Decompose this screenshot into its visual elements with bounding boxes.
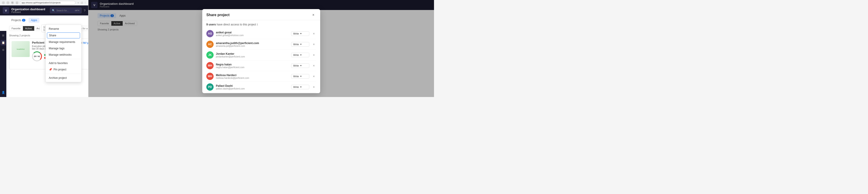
journey-link[interactable]: 707 journeys [83,42,88,44]
search-placeholder-left: Search for... [57,9,69,12]
permission-select[interactable]: Write ▼ [291,74,309,79]
projects-badge: 2 [22,19,25,22]
permission-label: Write [293,43,299,46]
menu-pin-project[interactable]: 📌 Pin project [45,66,82,73]
sidebar-user-icon[interactable]: 👤 [0,90,6,95]
user-avatar: JK [206,51,214,59]
menu-manage-webhooks[interactable]: Manage webhooks [45,52,82,58]
active-btn-left[interactable]: Active [23,26,34,31]
user-info: Jordan Kanter jordankanter@perficient.co… [216,52,289,58]
user-row: MH Melissa Hardeci melissa.hardecki@perf… [206,71,316,82]
menu-icon[interactable]: ⋮ [84,1,86,4]
modal-body: 9 users have direct access to this proje… [202,20,320,93]
user-row: JK Jordan Kanter jordankanter@perficient… [206,50,316,60]
user-info: Negra hatan negra.hatan@perficient.com [216,63,289,68]
user-info: aniket gosai aniket.gosai@virtuloso.com [216,31,289,36]
permission-select[interactable]: Write ▼ [291,53,309,57]
user-email: negra.hatan@perficient.com [216,66,289,68]
favorite-btn-left[interactable]: Favorite [9,26,23,31]
chevron-down-icon: ▼ [300,86,302,88]
remove-user-button[interactable]: × [312,42,316,47]
pin-icon: 📌 [49,68,52,71]
header-right-icons-left: ? [84,9,86,12]
sidebar-home-icon[interactable]: ⊞ [0,33,6,38]
home-button[interactable]: ⌂ [16,1,19,4]
user-avatar: AG [206,30,214,37]
share-project-modal: Share project × 9 users have direct acce… [202,9,320,93]
permission-select[interactable]: Write ▼ [291,85,309,89]
permission-select[interactable]: Write ▼ [291,63,309,68]
remove-user-button[interactable]: × [312,53,316,57]
modal-title: Share project [206,13,229,17]
modal-close-button[interactable]: × [311,12,316,18]
remove-user-button[interactable]: × [312,85,316,89]
user-row: MH Negra hatan negra.hatan@perficient.co… [206,60,316,71]
reload-button[interactable]: ↻ [11,1,14,4]
permission-label: Write [293,75,299,78]
context-menu: Rename Share Manage requirements Manage … [45,25,82,82]
user-email: amaranta.pd@perficient.com [216,45,289,47]
user-avatar: MH [206,62,214,69]
back-button[interactable]: ← [2,1,5,4]
extension-icon[interactable]: ⬜ [80,1,83,4]
filter-btn-group-left: Favorite Active Archived [9,26,40,31]
header-search-left[interactable]: 🔍 Search for... ctrl K [50,7,82,13]
browser-icons: ☆ ⬜ ⋮ [77,1,86,4]
menu-rename[interactable]: Rename [45,26,82,32]
remove-user-button[interactable]: × [312,74,316,79]
user-info: amarantha.judith@perficient.com amaranta… [216,41,289,47]
user-avatar: MH [206,73,214,80]
remove-user-button[interactable]: × [312,63,316,68]
menu-archive-project[interactable]: Archive project [45,75,82,81]
app-logo-left: V [3,7,9,13]
archived-btn-left[interactable]: Archived [34,26,40,31]
url-bar-left[interactable]: app.virtuoso.qa/#/organization/101/proje… [20,1,75,4]
app-header-left: V Organization dashboard Perficient 🔍 Se… [0,5,88,16]
user-name: amarantha.judith@perficient.com [216,41,289,45]
header-title-area-left: Organization dashboard Perficient [11,7,48,13]
permission-select[interactable]: Write ▼ [291,42,309,47]
help-icon-left[interactable]: ? [84,9,86,12]
permission-label: Write [293,64,299,67]
user-name: aniket gosai [216,31,289,34]
permission-select[interactable]: Write ▼ [291,31,309,36]
left-panel: ← → ↻ ⌂ app.virtuoso.qa/#/organization/1… [0,0,88,97]
chevron-down-icon: ▼ [300,64,302,67]
browser-bar-left: ← → ↻ ⌂ app.virtuoso.qa/#/organization/1… [0,0,88,5]
url-text: app.virtuoso.qa/#/organization/101/proje… [22,2,61,4]
modal-overlay: Share project × 9 users have direct acce… [88,0,434,97]
user-avatar: AC [206,41,214,48]
search-shortcut: ctrl K [75,9,80,11]
menu-manage-tags[interactable]: Manage tags [45,45,82,52]
tab-apps-left[interactable]: Apps [29,18,39,23]
tabs-row-left: Projects 2 Apps [9,18,88,23]
sidebar-left: ⊞ 📋 ⚙ 👤 [0,31,6,97]
star-icon[interactable]: ☆ [77,1,80,4]
user-row: PD Pallavi Dashi pallavi.dashi@perficien… [206,82,316,92]
tab-projects-left[interactable]: Projects 2 [9,18,28,23]
chevron-down-icon: ▼ [300,32,302,35]
user-name: Pallavi Dashi [216,84,289,87]
user-count-text: 9 users have direct access to this proje… [206,23,316,26]
sidebar-projects-icon[interactable]: 📋 [0,40,6,46]
user-list: AG aniket gosai aniket.gosai@virtuloso.c… [206,28,316,93]
org-title-left: Organization dashboard [11,7,48,11]
remove-user-button[interactable]: × [312,31,316,36]
user-email: jordankanter@perficient.com [216,55,289,58]
user-info: Pallavi Dashi pallavi.dashi@perficient.c… [216,84,289,90]
user-name: Melissa Hardeci [216,74,289,77]
user-email: pallavi.dashi@perficient.com [216,87,289,90]
org-subtitle-left: Perficient [11,11,48,13]
user-row: AG aniket gosai aniket.gosai@virtuloso.c… [206,28,316,39]
donut-chart-left: 20 / 41 [32,51,42,61]
chevron-down-icon: ▼ [300,54,302,56]
menu-manage-requirements[interactable]: Manage requirements [45,39,82,45]
search-icon-left: 🔍 [52,9,55,12]
menu-add-favorites[interactable]: Add to favorites [45,60,82,66]
user-name: Negra hatan [216,63,289,66]
modal-header: Share project × [202,9,320,20]
forward-button[interactable]: → [6,1,9,4]
menu-share[interactable]: Share [47,32,80,38]
thumb-label: healthfirst [17,48,25,50]
sidebar-settings-icon[interactable]: ⚙ [0,47,6,53]
